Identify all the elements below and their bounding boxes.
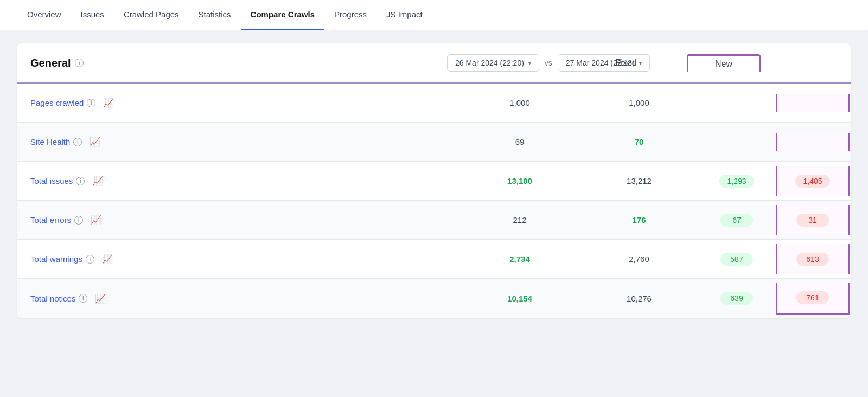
cell-new: 613 xyxy=(776,244,850,274)
cell-fixed: 1,293 xyxy=(699,166,775,196)
chart-icon[interactable]: 📈 xyxy=(95,293,106,304)
cell-val1: 13,100 xyxy=(460,168,579,194)
date1-label: 26 Mar 2024 (22:20) xyxy=(455,59,524,67)
cell-fixed xyxy=(699,133,775,151)
row-info-icon[interactable]: i xyxy=(76,177,85,185)
row-label[interactable]: Total warnings i xyxy=(30,254,94,264)
cell-val2: 70 xyxy=(579,129,699,155)
cell-val2: 2,760 xyxy=(579,246,699,272)
row-label-cell: Total errors i 📈 xyxy=(17,206,460,234)
row-label[interactable]: Total notices i xyxy=(30,294,87,303)
cell-fixed xyxy=(699,94,775,112)
main-content: General i 26 Mar 2024 (22:20) ▾ vs 27 Ma… xyxy=(0,30,868,397)
cell-new: 1,405 xyxy=(776,166,850,196)
row-label-cell: Pages crawled i 📈 xyxy=(17,89,460,117)
top-navigation: Overview Issues Crawled Pages Statistics… xyxy=(0,0,868,30)
new-badge: 31 xyxy=(796,214,829,227)
nav-item-crawled-pages[interactable]: Crawled Pages xyxy=(114,0,189,30)
chart-icon[interactable]: 📈 xyxy=(90,137,100,147)
new-badge: 1,405 xyxy=(795,175,829,188)
cell-val2: 10,276 xyxy=(579,285,699,312)
table-header: General i 26 Mar 2024 (22:20) ▾ vs 27 Ma… xyxy=(17,43,851,84)
table-row: Total warnings i 📈 2,734 2,760 587 613 xyxy=(17,240,851,279)
vs-label: vs xyxy=(545,59,552,67)
col-header-new: New xyxy=(715,59,732,68)
row-info-icon[interactable]: i xyxy=(86,255,94,264)
chart-icon[interactable]: 📈 xyxy=(92,176,103,186)
cell-new: 31 xyxy=(776,205,850,235)
nav-item-statistics[interactable]: Statistics xyxy=(189,0,241,30)
table-row: Total notices i 📈 10,154 10,276 639 761 xyxy=(17,279,851,318)
fixed-badge: 1,293 xyxy=(719,175,754,188)
row-label[interactable]: Site Health i xyxy=(30,137,82,146)
table-row: Total errors i 📈 212 176 67 31 xyxy=(17,201,851,240)
chart-icon[interactable]: 📈 xyxy=(103,98,114,108)
col-header-fixed: Fixed xyxy=(566,58,686,68)
cell-new xyxy=(776,133,850,151)
fixed-badge: 639 xyxy=(720,292,753,305)
cell-fixed: 67 xyxy=(699,205,775,235)
table-body: Pages crawled i 📈 1,000 1,000 Site Healt… xyxy=(17,84,851,318)
row-label[interactable]: Total issues i xyxy=(30,176,85,185)
row-label[interactable]: Pages crawled i xyxy=(30,98,95,107)
row-info-icon[interactable]: i xyxy=(79,294,87,303)
new-badge: 613 xyxy=(796,253,829,266)
row-label-cell: Site Health i 📈 xyxy=(17,128,460,156)
table-row: Total issues i 📈 13,100 13,212 1,293 1,4… xyxy=(17,162,851,201)
cell-new xyxy=(776,94,850,112)
cell-val1: 69 xyxy=(460,129,579,155)
row-label-cell: Total issues i 📈 xyxy=(17,167,460,195)
row-info-icon[interactable]: i xyxy=(87,99,95,107)
chart-icon[interactable]: 📈 xyxy=(91,215,101,225)
nav-item-compare-crawls[interactable]: Compare Crawls xyxy=(241,0,324,30)
row-label[interactable]: Total errors i xyxy=(30,215,83,225)
table-row: Site Health i 📈 69 70 xyxy=(17,123,851,162)
row-label-cell: Total notices i 📈 xyxy=(17,285,460,312)
nav-item-js-impact[interactable]: JS Impact xyxy=(376,0,432,30)
row-label-cell: Total warnings i 📈 xyxy=(17,245,460,273)
cell-val2: 13,212 xyxy=(579,168,699,194)
cell-val2: 176 xyxy=(579,207,699,233)
cell-val2: 1,000 xyxy=(579,89,699,116)
fixed-badge: 587 xyxy=(720,253,753,266)
cell-val1: 10,154 xyxy=(460,285,579,312)
date1-chevron-icon: ▾ xyxy=(528,60,531,66)
section-title: General i xyxy=(30,57,447,69)
table-row: Pages crawled i 📈 1,000 1,000 xyxy=(17,84,851,123)
nav-item-progress[interactable]: Progress xyxy=(324,0,376,30)
nav-item-overview[interactable]: Overview xyxy=(17,0,71,30)
date-selectors: 26 Mar 2024 (22:20) ▾ vs 27 Mar 2024 (22… xyxy=(447,54,566,72)
fixed-badge: 67 xyxy=(720,214,753,227)
col-header-new-wrapper: New xyxy=(687,54,761,72)
cell-val1: 2,734 xyxy=(460,246,579,272)
cell-fixed: 639 xyxy=(699,283,775,313)
nav-item-issues[interactable]: Issues xyxy=(71,0,114,30)
section-info-icon[interactable]: i xyxy=(75,59,84,67)
cell-fixed: 587 xyxy=(699,244,775,274)
section-title-text: General xyxy=(30,57,71,69)
new-badge: 761 xyxy=(796,291,829,304)
cell-val1: 1,000 xyxy=(460,89,579,116)
cell-new: 761 xyxy=(776,283,850,315)
date1-selector[interactable]: 26 Mar 2024 (22:20) ▾ xyxy=(447,54,539,72)
row-info-icon[interactable]: i xyxy=(74,216,83,225)
row-info-icon[interactable]: i xyxy=(73,138,82,146)
cell-val1: 212 xyxy=(460,207,579,233)
chart-icon[interactable]: 📈 xyxy=(102,254,113,264)
compare-crawls-card: General i 26 Mar 2024 (22:20) ▾ vs 27 Ma… xyxy=(17,43,851,318)
